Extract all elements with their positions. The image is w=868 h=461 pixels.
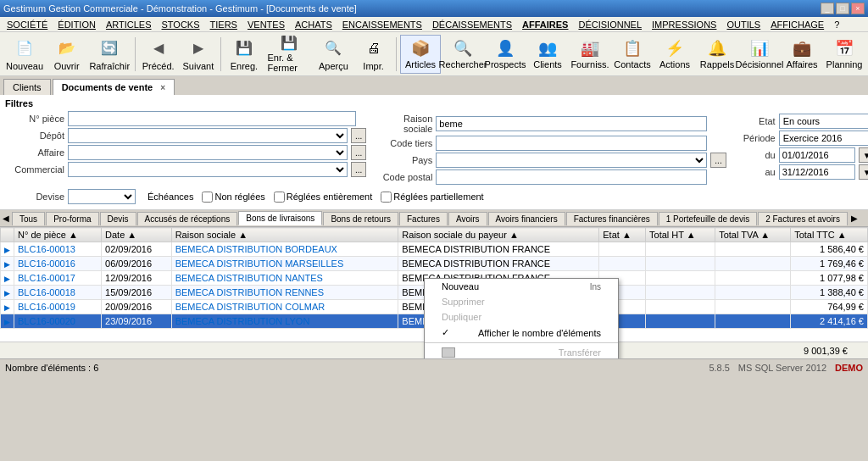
reglees-entieres-check[interactable]: Réglées entièrement [274, 192, 373, 203]
row-ttc: 764,99 € [791, 300, 868, 314]
refresh-button[interactable]: 🔄 Rafraîchir [87, 35, 131, 74]
row-etat [599, 257, 646, 271]
pays-select[interactable] [436, 153, 707, 168]
new-button[interactable]: 📄 Nouveau [3, 35, 46, 74]
col-date[interactable]: Date ▲ [102, 228, 172, 242]
commercial-select[interactable] [68, 162, 348, 177]
menu-societe[interactable]: SOCIÉTÉ [2, 19, 53, 31]
au-input[interactable] [779, 164, 855, 180]
decisionnel-button[interactable]: 📊 Décisionnel [739, 35, 780, 74]
doc-tab-proforma[interactable]: Pro-forma [46, 212, 98, 225]
affaire-browse-button[interactable]: ... [351, 145, 366, 160]
articles-button[interactable]: 📦 Articles [400, 35, 441, 74]
doc-tab-devis[interactable]: Devis [100, 212, 136, 225]
raison-input[interactable] [436, 116, 707, 131]
devise-select[interactable] [68, 189, 136, 204]
col-num-piece[interactable]: N° de pièce ▲ [14, 228, 102, 242]
menu-decisionnel[interactable]: DÉCISIONNEL [573, 19, 647, 31]
menu-help[interactable]: ? [829, 19, 844, 31]
menu-ventes[interactable]: VENTES [242, 19, 290, 31]
col-ttc[interactable]: Total TTC ▲ [791, 228, 868, 242]
ctx-afficher[interactable]: ✓ Afficher le nombre d'éléments [425, 325, 618, 341]
maximize-button[interactable]: □ [836, 3, 849, 14]
affaire-select[interactable] [68, 145, 348, 160]
codetiers-input[interactable] [436, 136, 707, 151]
non-reglees-check[interactable]: Non réglées [202, 192, 264, 203]
reglees-partielles-checkbox[interactable] [381, 192, 392, 203]
doc-tab-scroll-right[interactable]: ▶ [849, 214, 860, 223]
save-button[interactable]: 💾 Enreg. [225, 35, 263, 74]
menu-edition[interactable]: ÉDITION [53, 19, 101, 31]
planning-button[interactable]: 📅 Planning [824, 35, 865, 74]
prospects-button[interactable]: 👤 Prospects [485, 35, 526, 74]
open-button[interactable]: 📂 Ouvrir [47, 35, 86, 74]
prospects-icon: 👤 [495, 38, 515, 58]
ctx-supprimer[interactable]: Supprimer [425, 294, 618, 309]
menu-outils[interactable]: OUTILS [721, 19, 765, 31]
ctx-nouveau[interactable]: Nouveau Ins [425, 279, 618, 294]
reglees-entieres-checkbox[interactable] [274, 192, 285, 203]
ctx-transferer[interactable]: Transférer [425, 345, 618, 358]
col-tva[interactable]: Total TVA ▲ [715, 228, 791, 242]
actions-button[interactable]: ⚡ Actions [654, 35, 695, 74]
affaires-button[interactable]: 💼 Affaires [782, 35, 822, 74]
contacts-button[interactable]: 📋 Contacts [612, 35, 653, 74]
close-button[interactable]: × [851, 3, 865, 14]
rechercher-button[interactable]: 🔍 Rechercher [442, 35, 483, 74]
tab-clients[interactable]: Clients [3, 79, 51, 95]
reglees-partielles-check[interactable]: Réglées partiellement [381, 192, 483, 203]
commercial-browse-button[interactable]: ... [351, 162, 366, 177]
col-etat[interactable]: Etat ▲ [599, 228, 646, 242]
filter-row-commercial: Commercial ... [5, 162, 366, 177]
doc-tab-tous[interactable]: Tous [12, 212, 45, 225]
table-row[interactable]: ▶ BLC16-00016 06/09/2016 BEMECA DISTRIBU… [1, 257, 868, 271]
menu-affaires[interactable]: AFFAIRES [517, 19, 573, 31]
menu-decaissements[interactable]: DÉCAISSEMENTS [427, 19, 517, 31]
num-piece-input[interactable] [68, 111, 356, 126]
doc-tab-factures[interactable]: Factures [399, 212, 448, 225]
codepostal-input[interactable] [436, 169, 707, 185]
col-payeur[interactable]: Raison sociale du payeur ▲ [398, 228, 599, 242]
doc-tab-factures-financieres[interactable]: Factures financières [566, 212, 658, 225]
table-row[interactable]: ▶ BLC16-00013 02/09/2016 BEMECA DISTRIBU… [1, 242, 868, 257]
menu-encaissements[interactable]: ENCAISSEMENTS [337, 19, 427, 31]
col-raison[interactable]: Raison sociale ▲ [171, 228, 398, 242]
du-input[interactable] [779, 147, 855, 163]
save-close-button[interactable]: 💾 Enr. & Fermer [265, 35, 313, 74]
doc-tab-bons-livraisons[interactable]: Bons de livraisons [238, 211, 322, 225]
doc-tab-scroll-left[interactable]: ◀ [0, 214, 12, 223]
doc-tab-accuses[interactable]: Accusés de réceptions [137, 212, 238, 225]
doc-tab-bons-retours[interactable]: Bons de retours [323, 212, 398, 225]
doc-tab-factures-avoirs[interactable]: 2 Factures et avoirs [758, 212, 848, 225]
prev-button[interactable]: ◀ Précéd. [139, 35, 177, 74]
doc-tab-avoirs-financiers[interactable]: Avoirs financiers [488, 212, 565, 225]
next-button[interactable]: ▶ Suivant [179, 35, 217, 74]
clients-button[interactable]: 👥 Clients [527, 35, 568, 74]
tab-documents-vente[interactable]: Documents de vente × [53, 79, 175, 95]
menu-tiers[interactable]: TIERS [205, 19, 242, 31]
rappels-button[interactable]: 🔔 Rappels [697, 35, 737, 74]
ctx-dupliquer[interactable]: Dupliquer [425, 309, 618, 325]
menu-achats[interactable]: ACHATS [290, 19, 337, 31]
depot-select[interactable] [68, 128, 348, 143]
menu-stocks[interactable]: STOCKS [157, 19, 205, 31]
tab-close-icon[interactable]: × [160, 83, 165, 92]
preview-button[interactable]: 🔍 Aperçu [314, 35, 353, 74]
fourniss-button[interactable]: 🏭 Fourniss. [570, 35, 610, 74]
menu-articles[interactable]: ARTICLES [101, 19, 157, 31]
etat-select[interactable]: En cours [779, 114, 868, 129]
col-ht[interactable]: Total HT ▲ [646, 228, 715, 242]
periode-select[interactable]: Exercice 2016 [779, 131, 868, 146]
print-button[interactable]: 🖨 Impr. [354, 35, 392, 74]
du-calendar-button[interactable]: ▼ [859, 147, 868, 163]
non-reglees-checkbox[interactable] [202, 192, 213, 203]
doc-tab-portefeuille[interactable]: 1 Portefeuille de devis [659, 212, 757, 225]
menu-affichage[interactable]: AFFICHAGE [765, 19, 829, 31]
pays-browse-button[interactable]: ... [710, 153, 726, 168]
menu-impressions[interactable]: IMPRESSIONS [647, 19, 721, 31]
au-calendar-button[interactable]: ▼ [859, 164, 868, 180]
contacts-icon: 📋 [622, 38, 643, 58]
depot-browse-button[interactable]: ... [351, 128, 366, 143]
doc-tab-avoirs[interactable]: Avoirs [448, 212, 487, 225]
minimize-button[interactable]: _ [821, 3, 834, 14]
